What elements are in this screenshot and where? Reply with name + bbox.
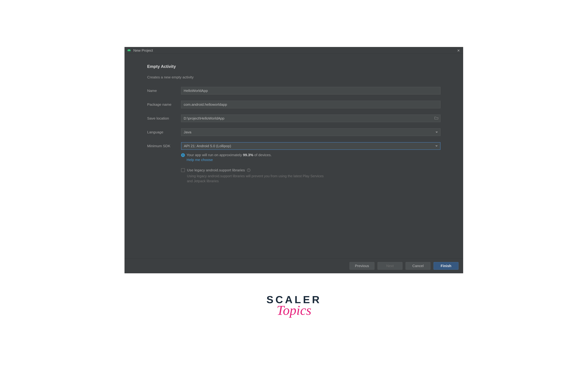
minimum-sdk-label: Minimum SDK <box>147 144 181 148</box>
next-button: Next <box>378 262 402 270</box>
window-title: New Project <box>133 48 456 52</box>
svg-line-3 <box>130 49 130 50</box>
sdk-info-text: Your app will run on approximately 99.3%… <box>187 153 272 157</box>
watermark: SCALER Topics <box>266 294 322 318</box>
help-me-choose-link[interactable]: Help me choose <box>187 158 213 162</box>
save-location-value: D:\project\HelloWorldApp <box>184 116 224 120</box>
language-label: Language <box>147 130 181 134</box>
sdk-info-block: i Your app will run on approximately 99.… <box>181 153 441 162</box>
legacy-checkbox[interactable] <box>181 168 185 172</box>
row-package: Package name com.android.helloworldapp <box>147 101 441 108</box>
minimum-sdk-select[interactable]: API 21: Android 5.0 (Lollipop) <box>181 142 441 150</box>
chevron-down-icon <box>435 132 438 133</box>
button-bar: Previous Next Cancel Finish <box>125 258 463 273</box>
legacy-checkbox-row: Use legacy android.support libraries ? <box>181 168 441 172</box>
legacy-label: Use legacy android.support libraries <box>187 168 245 172</box>
language-select[interactable]: Java <box>181 128 441 136</box>
sdk-info-pct: 99.3% <box>243 153 253 157</box>
svg-line-2 <box>128 49 128 50</box>
sdk-info-suffix: of devices. <box>253 153 272 157</box>
sdk-info-prefix: Your app will run on approximately <box>187 153 243 157</box>
language-value: Java <box>184 130 191 134</box>
new-project-dialog: New Project × Empty Activity Creates a n… <box>125 47 463 273</box>
page-subtext: Creates a new empty activity <box>147 75 441 79</box>
legacy-block: Use legacy android.support libraries ? U… <box>181 168 441 184</box>
row-save-location: Save location D:\project\HelloWorldApp <box>147 115 441 122</box>
row-language: Language Java <box>147 128 441 136</box>
row-minimum-sdk: Minimum SDK API 21: Android 5.0 (Lollipo… <box>147 142 441 150</box>
chevron-down-icon <box>435 145 438 147</box>
folder-icon[interactable] <box>434 116 438 120</box>
save-location-label: Save location <box>147 116 181 120</box>
cancel-button[interactable]: Cancel <box>406 262 430 270</box>
sdk-info-line: i Your app will run on approximately 99.… <box>181 153 441 157</box>
svg-point-1 <box>129 50 130 50</box>
save-location-input[interactable]: D:\project\HelloWorldApp <box>181 115 441 122</box>
row-name: Name HelloWorldApp <box>147 87 441 94</box>
android-icon <box>127 49 131 52</box>
name-input[interactable]: HelloWorldApp <box>181 87 441 94</box>
name-label: Name <box>147 89 181 93</box>
finish-button[interactable]: Finish <box>434 262 459 270</box>
package-input[interactable]: com.android.helloworldapp <box>181 101 441 108</box>
previous-button[interactable]: Previous <box>349 262 374 270</box>
package-label: Package name <box>147 102 181 107</box>
info-icon: i <box>181 153 185 157</box>
minimum-sdk-value: API 21: Android 5.0 (Lollipop) <box>184 144 231 148</box>
page-heading: Empty Activity <box>147 64 441 69</box>
svg-point-0 <box>128 50 128 50</box>
help-icon[interactable]: ? <box>247 169 251 172</box>
package-value: com.android.helloworldapp <box>184 102 227 107</box>
legacy-subtext: Using legacy android.support libraries w… <box>187 174 329 184</box>
close-icon[interactable]: × <box>456 48 461 53</box>
name-value: HelloWorldApp <box>184 89 208 93</box>
dialog-content: Empty Activity Creates a new empty activ… <box>125 54 463 258</box>
titlebar: New Project × <box>125 47 463 54</box>
